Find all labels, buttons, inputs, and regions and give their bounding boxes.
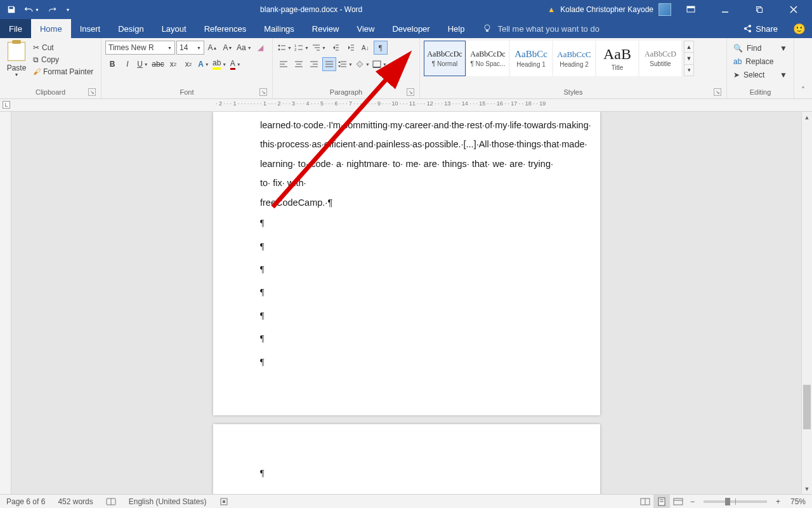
vertical-ruler[interactable] xyxy=(0,112,11,494)
document-text-line[interactable]: this·process·as·efficient·and·painless·a… xyxy=(260,135,553,154)
superscript-button[interactable]: x2 xyxy=(181,57,195,71)
style-tile---no-spac---[interactable]: AaBbCcDc¶ No Spac... xyxy=(467,41,509,76)
align-left-button[interactable] xyxy=(277,57,291,71)
paragraph-mark[interactable]: ¶ xyxy=(213,462,600,485)
ribbon-display-options[interactable] xyxy=(676,0,705,19)
read-mode-button[interactable] xyxy=(637,495,653,509)
page-7[interactable]: ¶ xyxy=(213,424,600,494)
style-tile-heading-1[interactable]: AaBbCcHeading 1 xyxy=(510,41,552,76)
gallery-more[interactable]: ▾ xyxy=(684,65,693,76)
vertical-scrollbar[interactable]: ▲ ▼ xyxy=(801,112,812,494)
numbering-button[interactable]: 12▼ xyxy=(294,41,310,55)
paragraph-mark[interactable]: ¶ xyxy=(213,305,600,328)
undo-button[interactable]: ▼ xyxy=(23,2,41,17)
increase-indent-button[interactable] xyxy=(343,41,357,55)
paste-button[interactable]: Paste ▼ xyxy=(4,41,29,87)
tab-file[interactable]: File xyxy=(0,19,31,38)
zoom-out-button[interactable]: − xyxy=(686,495,698,508)
text-effects-button[interactable]: A▼ xyxy=(197,57,211,71)
tab-developer[interactable]: Developer xyxy=(383,19,438,38)
zoom-slider[interactable] xyxy=(704,500,767,503)
avatar[interactable] xyxy=(658,3,671,16)
borders-button[interactable]: ▼ xyxy=(372,57,388,71)
font-name-combo[interactable]: Times New R▼ xyxy=(105,41,175,55)
redo-button[interactable] xyxy=(43,2,61,17)
paragraph-mark[interactable]: ¶ xyxy=(213,212,600,235)
tab-review[interactable]: Review xyxy=(303,19,348,38)
style-tile---normal[interactable]: AaBbCcDc¶ Normal xyxy=(424,41,466,76)
clear-formatting-button[interactable]: ◢ xyxy=(254,41,268,55)
print-layout-button[interactable] xyxy=(653,495,670,509)
line-spacing-button[interactable]: ▼ xyxy=(337,57,353,71)
word-count-status[interactable]: 452 words xyxy=(51,495,99,508)
save-button[interactable] xyxy=(3,2,20,17)
sort-button[interactable]: A↓ xyxy=(358,41,372,55)
paragraph-mark[interactable]: ¶ xyxy=(213,236,600,258)
zoom-level[interactable]: 75% xyxy=(784,495,812,508)
font-color-button[interactable]: A▼ xyxy=(228,57,242,71)
grow-font-button[interactable]: A▲ xyxy=(206,41,219,55)
scroll-up[interactable]: ▲ xyxy=(802,112,812,123)
share-button[interactable]: Share xyxy=(734,19,787,38)
gallery-up[interactable]: ▲ xyxy=(684,41,693,53)
document-text-line[interactable]: learning· to· code· a· nightmare· to· me… xyxy=(260,154,553,193)
highlight-button[interactable]: ab▼ xyxy=(212,57,227,71)
scroll-thumb[interactable] xyxy=(803,385,811,429)
tab-design[interactable]: Design xyxy=(109,19,152,38)
subscript-button[interactable]: x2 xyxy=(166,57,180,71)
find-button[interactable]: 🔍Find▼ xyxy=(731,42,790,55)
paragraph-mark[interactable]: ¶ xyxy=(213,351,600,374)
select-button[interactable]: ➤Select▼ xyxy=(731,69,790,81)
paragraph-mark[interactable]: ¶ xyxy=(213,328,600,351)
document-text-line[interactable]: freeCodeCamp.·¶ xyxy=(260,193,553,212)
underline-button[interactable]: U▼ xyxy=(136,57,150,71)
feedback-smile-icon[interactable]: 🙂 xyxy=(787,19,812,38)
change-case-button[interactable]: Aa▼ xyxy=(236,41,252,55)
style-tile-title[interactable]: AaBTitle xyxy=(596,41,638,76)
tab-selector[interactable]: L xyxy=(3,101,10,109)
tab-home[interactable]: Home xyxy=(31,19,71,38)
paragraph-dialog-launcher[interactable]: ↘ xyxy=(407,88,414,96)
shading-button[interactable]: ▼ xyxy=(355,57,370,71)
maximize-button[interactable] xyxy=(745,0,774,19)
collapse-ribbon-button[interactable]: ˄ xyxy=(794,38,812,98)
gallery-down[interactable]: ▼ xyxy=(684,53,693,64)
tab-help[interactable]: Help xyxy=(439,19,474,38)
italic-button[interactable]: I xyxy=(121,57,134,71)
page-number-status[interactable]: Page 6 of 6 xyxy=(0,495,51,508)
decrease-indent-button[interactable] xyxy=(328,41,342,55)
tab-references[interactable]: References xyxy=(195,19,255,38)
format-painter-button[interactable]: 🖌Format Painter xyxy=(32,66,95,77)
shrink-font-button[interactable]: A▼ xyxy=(221,41,235,55)
replace-button[interactable]: abReplace xyxy=(731,55,790,68)
tab-mailings[interactable]: Mailings xyxy=(255,19,303,38)
page-6[interactable]: learned·to·code.·I'm·committing·my·caree… xyxy=(213,112,600,415)
strikethrough-button[interactable]: abc xyxy=(151,57,165,71)
qat-customize[interactable]: ▾ xyxy=(63,2,72,17)
cut-button[interactable]: ✂Cut xyxy=(32,42,95,53)
minimize-button[interactable] xyxy=(710,0,740,19)
spellcheck-status[interactable] xyxy=(100,495,122,508)
bold-button[interactable]: B xyxy=(105,57,119,71)
horizontal-ruler[interactable]: L · 2 · · · 1 · · · · · · · · 1 · · · 2 … xyxy=(0,99,812,112)
font-dialog-launcher[interactable]: ↘ xyxy=(259,88,267,96)
styles-gallery-nav[interactable]: ▲ ▼ ▾ xyxy=(684,41,694,76)
web-layout-button[interactable] xyxy=(670,495,686,509)
paragraph-mark[interactable]: ¶ xyxy=(213,258,600,281)
tab-insert[interactable]: Insert xyxy=(71,19,110,38)
show-hide-paragraph-button[interactable]: ¶ xyxy=(374,41,388,55)
paragraph-mark[interactable]: ¶ xyxy=(213,281,600,304)
font-size-combo[interactable]: 14▼ xyxy=(176,41,204,55)
bullets-button[interactable]: ▼ xyxy=(277,41,292,55)
document-text-line[interactable]: learned·to·code.·I'm·committing·my·caree… xyxy=(260,116,553,135)
style-tile-subtitle[interactable]: AaBbCcDSubtitle xyxy=(639,41,681,76)
tab-layout[interactable]: Layout xyxy=(153,19,195,38)
style-tile-heading-2[interactable]: AaBbCcCHeading 2 xyxy=(553,41,595,76)
tab-view[interactable]: View xyxy=(348,19,383,38)
multilevel-list-button[interactable]: ▼ xyxy=(311,41,327,55)
copy-button[interactable]: ⧉Copy xyxy=(32,54,95,65)
language-status[interactable]: English (United States) xyxy=(122,495,213,508)
macro-status[interactable] xyxy=(213,495,235,508)
close-button[interactable] xyxy=(779,0,808,19)
styles-dialog-launcher[interactable]: ↘ xyxy=(714,88,721,96)
